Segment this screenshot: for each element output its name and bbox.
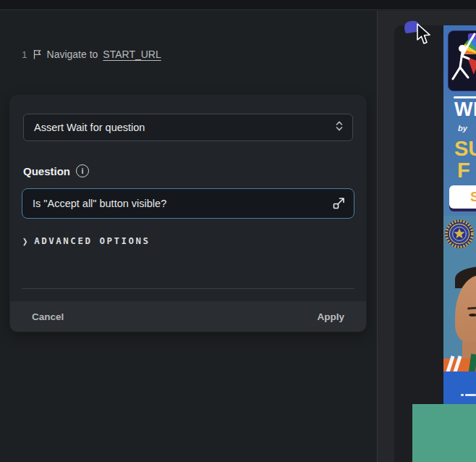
cursor-icon (415, 22, 432, 46)
action-type-value: Assert Wait for question (34, 122, 335, 133)
question-label: Question (23, 165, 70, 177)
question-input[interactable] (22, 188, 354, 219)
batsman-logo (448, 30, 476, 91)
top-bar (0, 0, 476, 10)
banner-win-text: WI (454, 98, 476, 121)
promo-text-line2: F (457, 159, 470, 182)
batsman-figure-icon (449, 31, 476, 91)
chevron-right-icon: ❯ (22, 235, 27, 246)
panel-divider (22, 288, 354, 289)
info-icon[interactable]: i (76, 164, 89, 177)
apply-button[interactable]: Apply (317, 311, 344, 322)
expand-icon[interactable] (332, 196, 346, 213)
cancel-button[interactable]: Cancel (32, 311, 64, 322)
action-type-select[interactable]: Assert Wait for question (23, 114, 353, 141)
flag-icon (33, 49, 42, 59)
step-row[interactable]: 1 Navigate to START_URL (22, 47, 161, 62)
step-editor-pane: 1 Navigate to START_URL Assert Wait for … (0, 11, 376, 462)
banner-cta-button[interactable]: S (449, 185, 476, 209)
step-label: Navigate to (47, 49, 98, 60)
promo-banner: WI by SU F S (443, 25, 476, 216)
bcci-logo (444, 219, 475, 249)
team-banner (443, 216, 476, 404)
app-root: 1 Navigate to START_URL Assert Wait for … (0, 0, 476, 462)
jersey-print-mark (461, 394, 464, 396)
banner-by-text: by (458, 124, 467, 133)
step-number: 1 (22, 49, 27, 60)
webpage-preview: WI by SU F S (443, 25, 476, 404)
promo-text-line1: SU (454, 137, 476, 161)
panel-footer: Cancel Apply (10, 301, 366, 332)
jersey-print-mark (465, 394, 476, 396)
player-eye (469, 314, 476, 316)
jersey-body (443, 371, 476, 404)
advanced-options-toggle[interactable]: ❯ ADVANCED OPTIONS (22, 235, 150, 246)
step-config-panel: Assert Wait for question Question i ❯ AD… (10, 96, 366, 332)
question-label-row: Question i (23, 164, 89, 177)
start-url-link[interactable]: START_URL (103, 49, 161, 60)
screenshot-card[interactable]: WI by SU F S (394, 25, 476, 462)
chevron-updown-icon (335, 119, 344, 135)
advanced-options-label: ADVANCED OPTIONS (34, 235, 150, 246)
player-photo (443, 266, 476, 404)
question-input-wrap (22, 188, 354, 219)
teal-block (412, 404, 476, 462)
